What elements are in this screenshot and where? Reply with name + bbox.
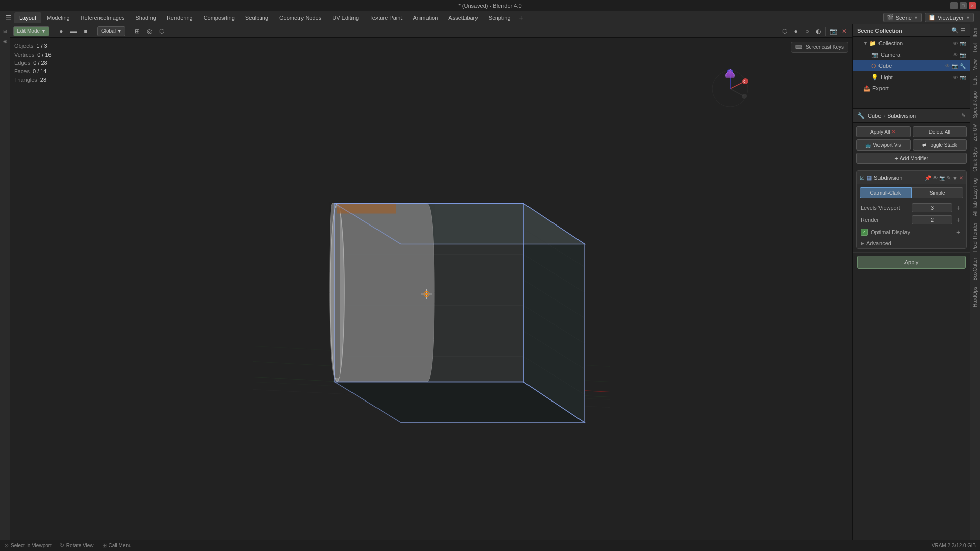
render-icon-light[interactable]: 📷 xyxy=(960,74,966,80)
advanced-section[interactable]: ▶ Advanced xyxy=(857,238,966,248)
outliner-menu-icon[interactable]: ☰ xyxy=(961,27,966,34)
close-button[interactable]: ✕ xyxy=(969,2,976,9)
subdivision-delete-icon[interactable]: ✕ xyxy=(959,175,963,181)
navigation-widget[interactable]: X Z xyxy=(710,68,750,109)
workspace-tab-texture-paint[interactable]: Texture Paint xyxy=(364,12,407,23)
sidebar-pixelrender-label[interactable]: Pixel Render xyxy=(971,219,979,255)
viewport[interactable]: Edit Mode ▼ ● ▬ ■ Global ▼ ⊞ ◎ ⬡ ⬡ ● ○ ◐… xyxy=(10,24,852,540)
subdivision-render-icon[interactable]: 📷 xyxy=(939,175,945,181)
light-object-icon: 💡 xyxy=(871,74,878,81)
camera-view-icon[interactable]: 📷 xyxy=(828,26,838,36)
tree-item-export[interactable]: 📤 Export xyxy=(853,83,970,94)
workspace-tab-shading[interactable]: Shading xyxy=(131,12,161,23)
tree-item-light[interactable]: 💡 Light 👁 📷 xyxy=(853,71,970,83)
workspace-tab-layout[interactable]: Layout xyxy=(14,12,41,23)
sidebar-alltabeasyfog-label[interactable]: All Tab Easy Fog xyxy=(971,175,979,219)
viewport-vis-button[interactable]: 📺 Viewport Vis xyxy=(856,139,911,151)
subdivision-down-icon[interactable]: ▼ xyxy=(952,175,958,181)
sidebar-boxcutter-label[interactable]: BoxCutter xyxy=(971,255,979,283)
sidebar-speedrapo-label[interactable]: SpeedRapo xyxy=(971,88,979,121)
render-icon-camera[interactable]: 📷 xyxy=(960,52,966,58)
optimal-display-plus-icon[interactable]: + xyxy=(954,228,962,236)
workspace-tab-referenceimages[interactable]: ReferenceImages xyxy=(76,12,130,23)
workspace-tab-scripting[interactable]: Scripting xyxy=(484,12,516,23)
minimize-button[interactable]: — xyxy=(950,2,958,9)
render-icon-collection[interactable]: 📷 xyxy=(960,41,966,46)
viewport-shading-render[interactable]: ◐ xyxy=(813,26,823,36)
apply-all-button[interactable]: Apply All ✕ xyxy=(856,126,911,137)
close-viewport-icon[interactable]: ✕ xyxy=(839,26,849,36)
edge-select-icon[interactable]: ▬ xyxy=(68,26,79,36)
stats-overlay: Objects 1 / 3 Vertices 0 / 16 Edges 0 / … xyxy=(14,42,52,84)
visibility-icon-light[interactable]: 👁 xyxy=(953,74,958,80)
toggle-stack-button[interactable]: ⇄ Toggle Stack xyxy=(913,139,967,151)
modifier-object-name: Cube xyxy=(868,113,881,119)
apply-button[interactable]: Apply xyxy=(857,256,966,269)
status-select: ⊙ Select in Viewport xyxy=(4,542,52,549)
workspace-tab-compositing[interactable]: Compositing xyxy=(198,12,240,23)
sidebar-edit-label[interactable]: Edit xyxy=(971,73,979,88)
workspace-tab-rendering[interactable]: Rendering xyxy=(162,12,198,23)
sidebar-tool-label[interactable]: Tool xyxy=(971,40,979,56)
overlay-icon[interactable]: ⬡ xyxy=(157,26,167,36)
workspace-tab-uv-editing[interactable]: UV Editing xyxy=(327,12,364,23)
outliner-filter-icon[interactable]: 🔍 xyxy=(951,27,959,34)
scene-selector[interactable]: 🎬 Scene ▼ xyxy=(883,13,922,22)
modifier-panel-icon: 🔧 xyxy=(857,112,865,119)
levels-viewport-input[interactable]: 3 xyxy=(912,203,952,212)
sidebar-item-label[interactable]: Item xyxy=(971,24,979,40)
delete-all-button[interactable]: Delete All xyxy=(913,126,967,137)
workspace-tab-animation[interactable]: Animation xyxy=(408,12,443,23)
tree-item-cube[interactable]: ⬡ Cube 👁 📷 🔧 xyxy=(853,60,970,71)
modifier-edit-icon[interactable]: ✎ xyxy=(961,112,966,119)
catmull-clark-button[interactable]: Catmull-Clark xyxy=(860,187,912,198)
visibility-icon-cube[interactable]: 👁 xyxy=(945,63,950,69)
left-icon-2[interactable]: ◉ xyxy=(1,37,10,46)
hamburger-menu-icon[interactable]: ☰ xyxy=(2,12,14,23)
vertex-select-icon[interactable]: ● xyxy=(56,26,66,36)
tree-item-collection[interactable]: ▼ 📁 Collection 👁 📷 xyxy=(853,38,970,49)
subdivision-type-row: Catmull-Clark Simple xyxy=(857,184,966,202)
edit-mode-selector[interactable]: Edit Mode ▼ xyxy=(13,26,49,36)
subdivision-pin-icon[interactable]: 📌 xyxy=(925,175,931,181)
face-select-icon[interactable]: ■ xyxy=(81,26,91,36)
levels-viewport-plus-icon[interactable]: + xyxy=(954,204,962,212)
viewport-shading-material[interactable]: ○ xyxy=(802,26,812,36)
workspace-tab-assetlibrary[interactable]: AssetLibary xyxy=(443,12,483,23)
render-level-plus-icon[interactable]: + xyxy=(954,216,962,224)
maximize-button[interactable]: □ xyxy=(960,2,967,9)
tree-item-camera[interactable]: 📷 Camera 👁 📷 xyxy=(853,49,970,60)
visibility-icon-collection[interactable]: 👁 xyxy=(953,41,958,46)
view-layer-selector[interactable]: 📋 ViewLayer ▼ xyxy=(925,13,974,22)
tree-arrow-collection: ▼ xyxy=(863,41,868,46)
workspace-tab-geometry-nodes[interactable]: Geometry Nodes xyxy=(274,12,326,23)
left-icon-1[interactable]: ⊞ xyxy=(1,27,10,36)
sidebar-chalkstys-label[interactable]: Chalk Stys xyxy=(971,144,979,175)
subdivision-icon: ▦ xyxy=(867,174,872,181)
proportional-edit-icon[interactable]: ◎ xyxy=(144,26,155,36)
workspace-tab-sculpting[interactable]: Sculpting xyxy=(240,12,273,23)
subdivision-edit-icon[interactable]: ✎ xyxy=(947,175,951,181)
snap-icon[interactable]: ⊞ xyxy=(132,26,142,36)
modifier-icon-cube[interactable]: 🔧 xyxy=(960,63,966,69)
subdivision-enabled-checkbox[interactable]: ☑ xyxy=(860,174,865,181)
add-modifier-button[interactable]: + Add Modifier xyxy=(856,153,967,164)
viewport-shading-solid[interactable]: ● xyxy=(791,26,801,36)
sidebar-zenuv-label[interactable]: Zen UV xyxy=(971,121,979,144)
subdivision-header[interactable]: ☑ ▦ Subdivision 📌 👁 📷 ✎ ▼ ✕ xyxy=(857,171,966,184)
subdivision-visibility-icon[interactable]: 👁 xyxy=(933,175,938,181)
workspace-tab-modeling[interactable]: Modeling xyxy=(42,12,75,23)
viewport-toolbar: Edit Mode ▼ ● ▬ ■ Global ▼ ⊞ ◎ ⬡ ⬡ ● ○ ◐… xyxy=(10,24,852,38)
viewport-content[interactable]: Objects 1 / 3 Vertices 0 / 16 Edges 0 / … xyxy=(10,38,852,540)
outliner: Scene Collection 🔍 ☰ ▼ 📁 Collection 👁 xyxy=(853,24,970,109)
add-workspace-button[interactable]: + xyxy=(516,13,526,23)
viewport-shading-wire[interactable]: ⬡ xyxy=(780,26,790,36)
visibility-icon-camera[interactable]: 👁 xyxy=(953,52,958,58)
global-transform-button[interactable]: Global ▼ xyxy=(97,26,125,36)
simple-button[interactable]: Simple xyxy=(912,187,964,198)
render-icon-cube[interactable]: 📷 xyxy=(952,63,958,69)
optimal-display-checkbox[interactable]: ✓ xyxy=(861,229,868,236)
render-level-input[interactable]: 2 xyxy=(912,215,952,224)
sidebar-hardops-label[interactable]: HardOps xyxy=(971,284,979,310)
sidebar-view-label[interactable]: View xyxy=(971,56,979,73)
